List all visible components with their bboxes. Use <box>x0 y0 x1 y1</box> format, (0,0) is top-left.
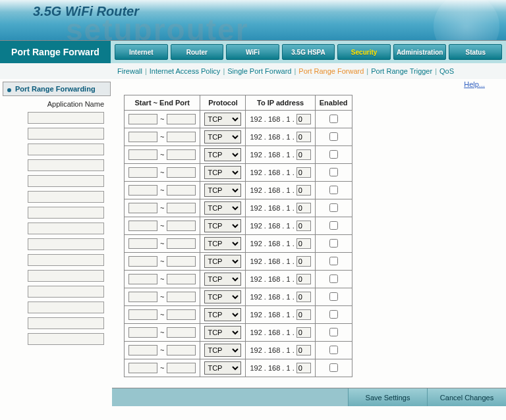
protocol-select[interactable]: TCPUDPBoth <box>204 237 241 250</box>
ip-last-octet-input[interactable] <box>296 256 311 267</box>
end-port-input[interactable] <box>167 185 196 196</box>
application-name-input[interactable] <box>28 207 104 219</box>
protocol-select[interactable]: TCPUDPBoth <box>204 308 241 321</box>
ip-last-octet-input[interactable] <box>296 221 311 231</box>
ip-last-octet-input[interactable] <box>296 114 311 124</box>
nav-tab-security[interactable]: Security <box>337 44 391 60</box>
start-port-input[interactable] <box>128 327 157 338</box>
ip-last-octet-input[interactable] <box>296 363 311 373</box>
subnav-port-range-trigger[interactable]: Port Range Trigger <box>371 67 432 75</box>
enabled-checkbox[interactable] <box>329 115 338 123</box>
enabled-checkbox[interactable] <box>329 168 338 176</box>
protocol-select[interactable]: TCPUDPBoth <box>204 361 241 375</box>
start-port-input[interactable] <box>128 221 157 231</box>
start-port-input[interactable] <box>128 132 157 142</box>
protocol-select[interactable]: TCPUDPBoth <box>204 201 241 215</box>
help-link[interactable]: Help... <box>464 80 485 88</box>
end-port-input[interactable] <box>167 345 196 355</box>
enabled-checkbox[interactable] <box>329 328 338 336</box>
application-name-input[interactable] <box>28 270 104 282</box>
nav-tab-wifi[interactable]: WiFi <box>226 44 279 60</box>
end-port-input[interactable] <box>167 327 196 338</box>
end-port-input[interactable] <box>167 221 196 231</box>
protocol-select[interactable]: TCPUDPBoth <box>204 326 241 339</box>
protocol-select[interactable]: TCPUDPBoth <box>204 148 241 161</box>
application-name-input[interactable] <box>28 238 104 250</box>
ip-last-octet-input[interactable] <box>296 327 311 338</box>
application-name-input[interactable] <box>28 254 104 266</box>
nav-tab-router[interactable]: Router <box>171 44 224 60</box>
end-port-input[interactable] <box>167 114 196 124</box>
protocol-select[interactable]: TCPUDPBoth <box>204 184 241 197</box>
ip-last-octet-input[interactable] <box>296 185 311 196</box>
subnav-qos[interactable]: QoS <box>439 67 454 75</box>
protocol-select[interactable]: TCPUDPBoth <box>204 344 241 357</box>
ip-last-octet-input[interactable] <box>296 167 311 178</box>
application-name-input[interactable] <box>28 333 104 345</box>
subnav-internet-access-policy[interactable]: Internet Access Policy <box>150 67 221 75</box>
start-port-input[interactable] <box>128 238 157 249</box>
protocol-select[interactable]: TCPUDPBoth <box>204 255 241 268</box>
enabled-checkbox[interactable] <box>329 310 338 319</box>
nav-tab-administration[interactable]: Administration <box>393 44 447 60</box>
start-port-input[interactable] <box>128 292 157 302</box>
start-port-input[interactable] <box>128 149 157 160</box>
protocol-select[interactable]: TCPUDPBoth <box>204 273 241 286</box>
application-name-input[interactable] <box>28 191 104 203</box>
start-port-input[interactable] <box>128 167 157 178</box>
application-name-input[interactable] <box>28 302 104 313</box>
enabled-checkbox[interactable] <box>329 257 338 265</box>
application-name-input[interactable] <box>28 286 104 298</box>
end-port-input[interactable] <box>167 256 196 267</box>
enabled-checkbox[interactable] <box>329 292 338 301</box>
nav-tab-status[interactable]: Status <box>449 44 502 60</box>
end-port-input[interactable] <box>167 363 196 373</box>
application-name-input[interactable] <box>28 317 104 329</box>
protocol-select[interactable]: TCPUDPBoth <box>204 166 241 179</box>
start-port-input[interactable] <box>128 203 157 213</box>
application-name-input[interactable] <box>28 159 104 171</box>
end-port-input[interactable] <box>167 149 196 160</box>
ip-last-octet-input[interactable] <box>296 203 311 213</box>
cancel-changes-button[interactable]: Cancel Changes <box>427 388 506 406</box>
ip-last-octet-input[interactable] <box>296 345 311 355</box>
end-port-input[interactable] <box>167 309 196 320</box>
ip-last-octet-input[interactable] <box>296 132 311 142</box>
protocol-select[interactable]: TCPUDPBoth <box>204 130 241 144</box>
ip-last-octet-input[interactable] <box>296 309 311 320</box>
protocol-select[interactable]: TCPUDPBoth <box>204 113 241 126</box>
end-port-input[interactable] <box>167 292 196 302</box>
end-port-input[interactable] <box>167 203 196 213</box>
protocol-select[interactable]: TCPUDPBoth <box>204 290 241 303</box>
enabled-checkbox[interactable] <box>329 239 338 248</box>
ip-last-octet-input[interactable] <box>296 238 311 249</box>
enabled-checkbox[interactable] <box>329 132 338 141</box>
ip-last-octet-input[interactable] <box>296 292 311 302</box>
enabled-checkbox[interactable] <box>329 275 338 283</box>
application-name-input[interactable] <box>28 223 104 234</box>
enabled-checkbox[interactable] <box>329 221 338 230</box>
start-port-input[interactable] <box>128 309 157 320</box>
start-port-input[interactable] <box>128 256 157 267</box>
end-port-input[interactable] <box>167 167 196 178</box>
start-port-input[interactable] <box>128 274 157 284</box>
protocol-select[interactable]: TCPUDPBoth <box>204 219 241 232</box>
end-port-input[interactable] <box>167 238 196 249</box>
save-settings-button[interactable]: Save Settings <box>348 388 427 406</box>
enabled-checkbox[interactable] <box>329 363 338 372</box>
ip-last-octet-input[interactable] <box>296 274 311 284</box>
application-name-input[interactable] <box>28 175 104 187</box>
start-port-input[interactable] <box>128 185 157 196</box>
subnav-single-port-forward[interactable]: Single Port Forward <box>227 67 291 75</box>
end-port-input[interactable] <box>167 132 196 142</box>
nav-tab-3-5g-hspa[interactable]: 3.5G HSPA <box>282 44 335 60</box>
application-name-input[interactable] <box>28 144 104 155</box>
application-name-input[interactable] <box>28 112 104 124</box>
enabled-checkbox[interactable] <box>329 346 338 354</box>
enabled-checkbox[interactable] <box>329 203 338 212</box>
subnav-firewall[interactable]: Firewall <box>117 67 142 75</box>
end-port-input[interactable] <box>167 274 196 284</box>
enabled-checkbox[interactable] <box>329 150 338 159</box>
start-port-input[interactable] <box>128 114 157 124</box>
application-name-input[interactable] <box>28 128 104 140</box>
